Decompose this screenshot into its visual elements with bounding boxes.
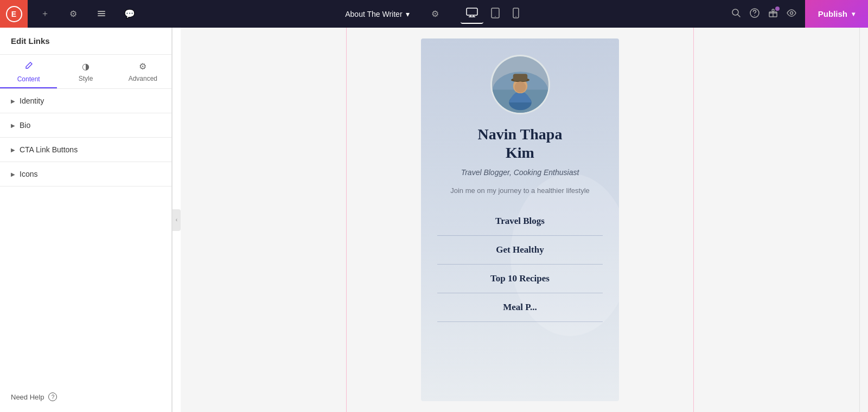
svg-line-12 [738,15,740,17]
svg-point-11 [732,9,738,15]
widget-content: Navin Thapa Kim Travel Blogger, Cooking … [421,38,619,327]
advanced-icon: ⚙ [139,61,146,72]
tab-advanced[interactable]: ⚙ Advanced [114,55,171,88]
section-cta-header[interactable]: ▶ CTA Link Buttons [0,138,171,162]
nav-right-icons [723,8,805,20]
chevron-right-icon: ▶ [11,98,15,104]
collapse-chevron-icon: ‹ [173,209,181,231]
svg-point-14 [754,15,755,16]
avatar [490,55,550,114]
svg-point-16 [790,11,793,14]
right-panel [859,28,868,412]
cta-travel-blogs[interactable]: Travel Blogs [437,207,603,236]
nav-left-icons: ＋ ⚙ 💬 [28,5,147,23]
layers-icon [97,8,106,20]
desktop-icon [466,10,478,19]
svg-rect-1 [98,13,105,14]
section-bio: ▶ Bio [0,113,171,138]
publish-label: Publish [818,9,847,18]
logo-icon: E [6,6,22,22]
guide-line-right [693,28,694,412]
section-cta-label: CTA Link Buttons [20,145,78,154]
section-identity: ▶ Identity [0,89,171,113]
page-title-button[interactable]: About The Writer ▾ [345,10,409,18]
svg-rect-2 [98,15,105,16]
svg-rect-23 [513,74,527,81]
tab-advanced-label: Advanced [129,75,157,82]
gift-button[interactable] [768,8,778,20]
comments-button[interactable]: 💬 [121,5,138,23]
svg-point-24 [514,81,526,93]
cta-get-healthy[interactable]: Get Healthy [437,236,603,265]
tab-content-label: Content [17,75,40,83]
help-button[interactable] [750,8,760,20]
search-button[interactable] [731,8,741,20]
guide-line-left [346,28,347,412]
tab-style-label: Style [79,75,93,82]
pen-icon [24,61,33,72]
page-settings-button[interactable]: ⚙ [431,9,439,19]
settings-toggle-button[interactable]: ⚙ [65,5,82,23]
writer-name: Navin Thapa Kim [478,125,563,162]
tablet-icon [491,11,500,20]
section-icons-header[interactable]: ▶ Icons [0,162,171,186]
section-identity-header[interactable]: ▶ Identity [0,89,171,113]
nav-center: About The Writer ▾ ⚙ [147,4,723,24]
sidebar-tabs: Content ◑ Style ⚙ Advanced [0,55,171,89]
help-circle-icon: ? [48,392,57,401]
svg-rect-3 [467,8,477,15]
section-bio-header[interactable]: ▶ Bio [0,113,171,137]
writer-tagline: Travel Blogger, Cooking Enthusiast [461,168,579,177]
sidebar-collapse-handle[interactable]: ‹ [172,28,181,412]
section-icons-label: Icons [20,170,37,178]
main-layout: Edit Links Content ◑ Style ⚙ Advanced [0,28,868,412]
section-identity-label: Identity [20,96,44,105]
section-icons: ▶ Icons [0,162,171,186]
elementor-logo[interactable]: E [0,0,28,28]
style-icon: ◑ [82,61,90,72]
page-title-label: About The Writer [345,10,402,18]
add-element-button[interactable]: ＋ [36,5,54,23]
cta-meal-p[interactable]: Meal P... [437,293,603,322]
cta-buttons-list: Travel Blogs Get Healthy Top 10 Recipes … [432,207,608,322]
section-bio-label: Bio [20,121,30,130]
desktop-view-button[interactable] [461,4,483,24]
mobile-icon [513,11,519,20]
page-title-chevron: ▾ [406,10,410,18]
top-navbar: E ＋ ⚙ 💬 About The Writer ▾ ⚙ [0,0,868,28]
canvas-area: Navin Thapa Kim Travel Blogger, Cooking … [181,28,859,412]
plus-icon: ＋ [41,8,49,20]
tab-content[interactable]: Content [0,55,57,88]
preview-button[interactable] [787,8,796,20]
mobile-view-button[interactable] [507,4,525,24]
section-cta-link-buttons: ▶ CTA Link Buttons [0,138,171,162]
need-help-section[interactable]: Need Help ? [0,382,171,412]
chevron-right-icon-3: ▶ [11,147,15,153]
publish-button[interactable]: Publish ▾ [805,0,868,28]
chat-icon: 💬 [124,9,135,19]
publish-chevron: ▾ [852,10,855,18]
sliders-icon: ⚙ [69,9,77,19]
svg-rect-0 [98,11,105,12]
need-help-label: Need Help [11,393,44,401]
sidebar-panel: Edit Links Content ◑ Style ⚙ Advanced [0,28,172,412]
gear-icon: ⚙ [431,9,439,18]
sidebar-title: Edit Links [0,28,171,55]
writer-widget[interactable]: Navin Thapa Kim Travel Blogger, Cooking … [421,38,619,401]
svg-point-10 [515,16,516,17]
chevron-right-icon-2: ▶ [11,123,15,128]
tab-style[interactable]: ◑ Style [57,55,114,88]
layers-button[interactable] [93,5,110,23]
cta-top-recipes[interactable]: Top 10 Recipes [437,265,603,293]
writer-bio: Join me on my journey to a healthier lif… [450,185,590,196]
chevron-right-icon-4: ▶ [11,171,15,177]
tablet-view-button[interactable] [486,4,505,24]
view-mode-buttons [461,4,525,24]
svg-point-8 [495,16,496,17]
